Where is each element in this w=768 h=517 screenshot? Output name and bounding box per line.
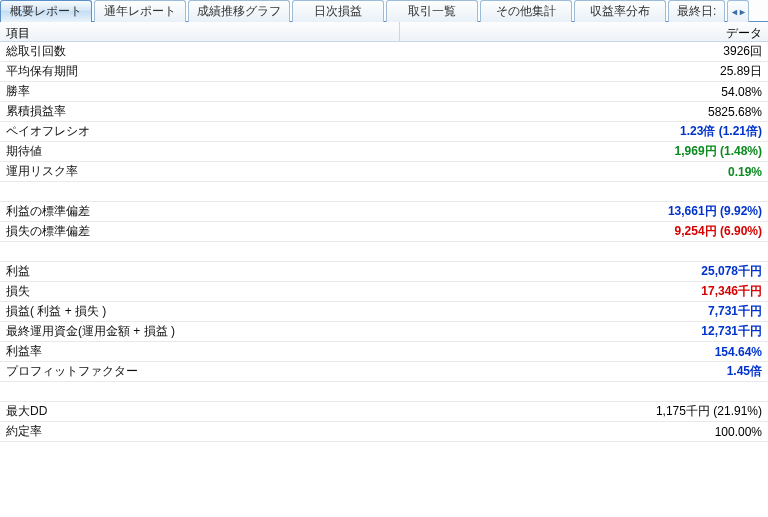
- row-label: 利益の標準偏差: [0, 203, 400, 220]
- table-row: 累積損益率5825.68%: [0, 102, 768, 122]
- row-value: 54.08%: [400, 85, 768, 99]
- table-row: 期待値1,969円 (1.48%): [0, 142, 768, 162]
- column-header-item[interactable]: 項目: [0, 22, 400, 41]
- table-row: 勝率54.08%: [0, 82, 768, 102]
- table-row: プロフィットファクター1.45倍: [0, 362, 768, 382]
- tab-daily-pnl[interactable]: 日次損益: [292, 0, 384, 22]
- tab-scroll-right-icon[interactable]: ►: [738, 5, 746, 19]
- table-row: ペイオフレシオ1.23倍 (1.21倍): [0, 122, 768, 142]
- row-label: 最終運用資金(運用金額 + 損益 ): [0, 323, 400, 340]
- table-header: 項目 データ: [0, 22, 768, 42]
- row-value: 17,346千円: [400, 283, 768, 300]
- row-label: 損失: [0, 283, 400, 300]
- column-header-data[interactable]: データ: [400, 22, 768, 41]
- tab-summary-report[interactable]: 概要レポート: [0, 0, 92, 22]
- table-row: [0, 382, 768, 402]
- table-row: 運用リスク率0.19%: [0, 162, 768, 182]
- table-row: 損失の標準偏差9,254円 (6.90%): [0, 222, 768, 242]
- tab-performance-graph[interactable]: 成績推移グラフ: [188, 0, 290, 22]
- table-row: 利益の標準偏差13,661円 (9.92%): [0, 202, 768, 222]
- table-row: 利益25,078千円: [0, 262, 768, 282]
- row-label: 運用リスク率: [0, 163, 400, 180]
- row-value: 1,969円 (1.48%): [400, 143, 768, 160]
- row-label: 平均保有期間: [0, 63, 400, 80]
- table-row: 損失17,346千円: [0, 282, 768, 302]
- row-label: 約定率: [0, 423, 400, 440]
- table-row: 総取引回数3926回: [0, 42, 768, 62]
- table-row: [0, 242, 768, 262]
- row-value: 3926回: [400, 43, 768, 60]
- table-row: 損益( 利益 + 損失 )7,731千円: [0, 302, 768, 322]
- row-label: 利益: [0, 263, 400, 280]
- row-label: 総取引回数: [0, 43, 400, 60]
- row-value: 13,661円 (9.92%): [400, 203, 768, 220]
- table-row: 最終運用資金(運用金額 + 損益 )12,731千円: [0, 322, 768, 342]
- table-row: 平均保有期間25.89日: [0, 62, 768, 82]
- tab-last-day[interactable]: 最終日:: [668, 0, 725, 22]
- row-value: 1.23倍 (1.21倍): [400, 123, 768, 140]
- row-value: 5825.68%: [400, 105, 768, 119]
- table-row: 利益率154.64%: [0, 342, 768, 362]
- tab-scroll: ◄ ►: [727, 0, 749, 22]
- row-value: 25.89日: [400, 63, 768, 80]
- row-value: 7,731千円: [400, 303, 768, 320]
- row-value: 1.45倍: [400, 363, 768, 380]
- tab-return-distribution[interactable]: 収益率分布: [574, 0, 666, 22]
- row-value: 12,731千円: [400, 323, 768, 340]
- tab-yearly-report[interactable]: 通年レポート: [94, 0, 186, 22]
- row-label: 期待値: [0, 143, 400, 160]
- row-label: 累積損益率: [0, 103, 400, 120]
- tab-trades-list[interactable]: 取引一覧: [386, 0, 478, 22]
- row-label: 利益率: [0, 343, 400, 360]
- tabbar: 概要レポート 通年レポート 成績推移グラフ 日次損益 取引一覧 その他集計 収益…: [0, 0, 768, 22]
- row-label: プロフィットファクター: [0, 363, 400, 380]
- report-rows: 総取引回数3926回平均保有期間25.89日勝率54.08%累積損益率5825.…: [0, 42, 768, 442]
- row-value: 25,078千円: [400, 263, 768, 280]
- row-value: 1,175千円 (21.91%): [400, 403, 768, 420]
- row-label: 損益( 利益 + 損失 ): [0, 303, 400, 320]
- row-label: ペイオフレシオ: [0, 123, 400, 140]
- row-label: 最大DD: [0, 403, 400, 420]
- row-value: 9,254円 (6.90%): [400, 223, 768, 240]
- row-value: 154.64%: [400, 345, 768, 359]
- row-label: 勝率: [0, 83, 400, 100]
- table-row: [0, 182, 768, 202]
- row-label: 損失の標準偏差: [0, 223, 400, 240]
- table-row: 約定率100.00%: [0, 422, 768, 442]
- row-value: 100.00%: [400, 425, 768, 439]
- tab-other-aggregates[interactable]: その他集計: [480, 0, 572, 22]
- table-row: 最大DD1,175千円 (21.91%): [0, 402, 768, 422]
- row-value: 0.19%: [400, 165, 768, 179]
